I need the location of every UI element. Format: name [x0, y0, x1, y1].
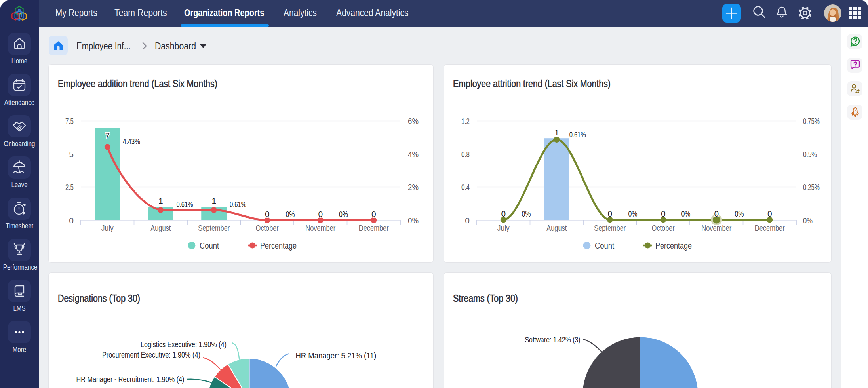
svg-text:0: 0	[714, 209, 719, 218]
svg-text:0: 0	[661, 209, 666, 218]
svg-text:Procurement Executive: 1.90% (: Procurement Executive: 1.90% (4)	[102, 350, 200, 359]
svg-text:0%: 0%	[628, 209, 638, 218]
svg-text:0: 0	[607, 209, 612, 218]
svg-text:7: 7	[105, 131, 110, 140]
svg-text:4.43%: 4.43%	[123, 137, 140, 146]
svg-text:HR Manager - Recruitment: 1.90: HR Manager - Recruitment: 1.90% (4)	[76, 375, 185, 384]
svg-text:Percentage: Percentage	[655, 241, 692, 251]
svg-text:2%: 2%	[408, 183, 419, 192]
svg-text:5: 5	[69, 150, 74, 159]
svg-text:4%: 4%	[408, 150, 419, 159]
svg-text:August: August	[150, 223, 171, 232]
svg-text:0.4: 0.4	[461, 183, 470, 192]
svg-text:November: November	[305, 223, 335, 232]
svg-text:September: September	[594, 223, 626, 232]
svg-text:0: 0	[69, 216, 74, 225]
svg-text:1: 1	[158, 196, 163, 205]
svg-text:6%: 6%	[408, 116, 419, 126]
svg-text:December: December	[755, 223, 785, 232]
svg-text:Software: 1.42% (3): Software: 1.42% (3)	[525, 335, 581, 344]
svg-text:0%: 0%	[681, 209, 691, 218]
svg-text:0.61%: 0.61%	[569, 130, 586, 139]
svg-text:1: 1	[554, 128, 559, 137]
svg-text:October: October	[652, 223, 675, 232]
svg-text:0.25%: 0.25%	[803, 183, 820, 192]
svg-text:October: October	[256, 223, 279, 232]
svg-text:Count: Count	[595, 241, 614, 251]
svg-text:0.61%: 0.61%	[230, 200, 246, 209]
svg-text:0: 0	[371, 209, 376, 219]
svg-text:July: July	[101, 223, 114, 232]
svg-text:July: July	[497, 223, 510, 232]
svg-text:November: November	[701, 223, 731, 232]
svg-text:September: September	[198, 223, 230, 232]
svg-text:1: 1	[211, 196, 216, 205]
svg-text:0%: 0%	[339, 209, 348, 219]
svg-text:7.5: 7.5	[65, 116, 74, 126]
svg-text:0.61%: 0.61%	[177, 200, 193, 209]
svg-text:0: 0	[767, 209, 772, 218]
svg-text:0%: 0%	[735, 209, 744, 218]
svg-text:0%: 0%	[286, 209, 295, 219]
svg-text:0%: 0%	[408, 216, 419, 225]
svg-text:December: December	[359, 223, 389, 232]
svg-text:August: August	[546, 223, 567, 232]
svg-text:0.75%: 0.75%	[803, 116, 820, 126]
svg-text:Percentage: Percentage	[260, 241, 297, 251]
svg-text:0: 0	[465, 216, 470, 225]
svg-text:0%: 0%	[803, 216, 813, 225]
svg-text:HR Manager: 5.21% (11): HR Manager: 5.21% (11)	[296, 351, 377, 360]
svg-text:0: 0	[501, 209, 506, 218]
svg-text:0%: 0%	[522, 209, 531, 218]
svg-text:1.2: 1.2	[461, 116, 470, 126]
svg-text:0: 0	[265, 209, 270, 219]
svg-text:Count: Count	[200, 241, 219, 251]
svg-text:0.8: 0.8	[461, 150, 470, 159]
svg-text:0.5%: 0.5%	[803, 150, 817, 159]
svg-text:2.5: 2.5	[65, 183, 74, 192]
svg-text:Logistics Executive: 1.90% (4): Logistics Executive: 1.90% (4)	[141, 340, 227, 349]
svg-text:0: 0	[318, 209, 323, 219]
